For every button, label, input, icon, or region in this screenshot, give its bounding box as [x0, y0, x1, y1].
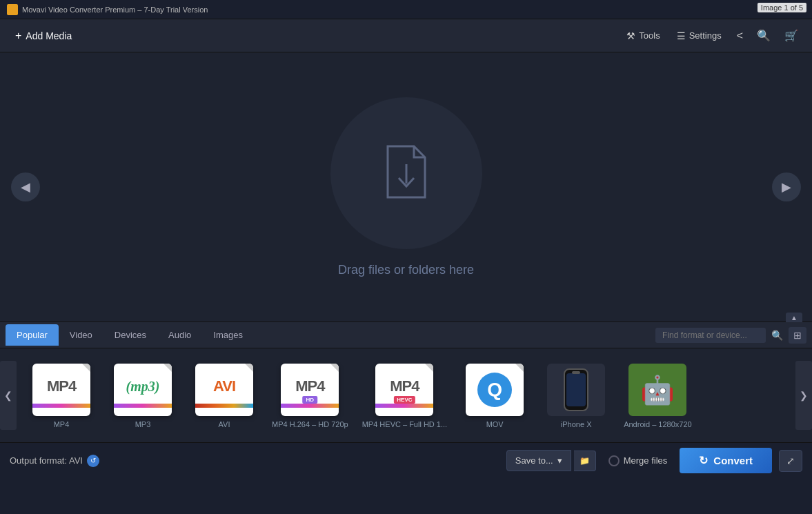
- format-item-mp4hevc[interactable]: MP4 HEVC MP4 HEVC – Full HD 1...: [358, 358, 451, 433]
- search-button[interactable]: 🔍: [751, 25, 776, 46]
- save-to-label: Save to...: [515, 455, 553, 466]
- settings-button[interactable]: ☰ Settings: [670, 26, 729, 46]
- format-item-mp4[interactable]: MP4 MP4: [23, 358, 99, 433]
- format-label-mp3: MP3: [135, 420, 151, 428]
- mp4hd-card: MP4 HD: [281, 364, 339, 416]
- format-label-mp4hd: MP4 H.264 – HD 720p: [272, 420, 348, 428]
- format-label-android: Android – 1280x720: [624, 420, 691, 428]
- settings-icon: ☰: [677, 30, 686, 41]
- add-media-label: Add Media: [26, 30, 72, 41]
- format-item-mp4hd[interactable]: MP4 HD MP4 H.264 – HD 720p: [268, 358, 353, 433]
- drag-drop-text: Drag files or folders here: [338, 263, 474, 277]
- mp4hevc-card: MP4 HEVC: [375, 364, 433, 416]
- android-card: 🤖: [628, 364, 686, 416]
- mp4-card: MP4: [32, 364, 90, 416]
- format-item-iphonex[interactable]: iPhone X: [538, 358, 614, 433]
- format-label-mp4hevc: MP4 HEVC – Full HD 1...: [362, 420, 447, 428]
- format-label-iphonex: iPhone X: [561, 420, 592, 428]
- format-item-mov[interactable]: Q MOV: [457, 358, 533, 433]
- drop-zone-circle: [330, 97, 482, 249]
- image-counter: Image 1 of 5: [757, 3, 806, 12]
- format-scroll-left-button[interactable]: ❮: [0, 361, 17, 430]
- folder-icon: 📁: [580, 456, 590, 466]
- settings-label: Settings: [689, 30, 722, 41]
- format-items-container: ❮ MP4 MP4: [0, 348, 812, 442]
- output-format-change-button[interactable]: ↺: [87, 455, 99, 467]
- merge-files-label: Merge files: [624, 455, 668, 466]
- format-label-avi: AVI: [219, 420, 230, 428]
- tools-button[interactable]: ⚒ Tools: [620, 26, 666, 46]
- tab-video[interactable]: Video: [59, 324, 103, 346]
- merge-circle-icon: [608, 455, 620, 466]
- dropdown-arrow-icon: ▾: [557, 455, 562, 466]
- bottom-bar: Output format: AVI ↺ Save to... ▾ 📁 Merg…: [0, 442, 812, 478]
- drop-file-icon: [382, 144, 430, 202]
- format-items-list: MP4 MP4 (mp3): [17, 355, 795, 435]
- format-label-mp4: MP4: [54, 420, 70, 428]
- tools-icon: ⚒: [626, 30, 635, 41]
- format-panel: ▲ Popular Video Devices Audio Images 🔍 ⊞…: [0, 322, 812, 442]
- output-format-label: Output format: AVI: [10, 455, 83, 466]
- share-button[interactable]: <: [731, 26, 749, 46]
- merge-files-button[interactable]: Merge files: [603, 451, 673, 471]
- output-format-display: Output format: AVI ↺: [10, 455, 99, 467]
- toolbar-right: ⚒ Tools ☰ Settings < 🔍 🛒: [620, 25, 804, 46]
- format-scroll-right-button[interactable]: ❯: [795, 361, 812, 430]
- toolbar: + Add Media ⚒ Tools ☰ Settings < 🔍 🛒: [0, 19, 812, 52]
- cart-icon: 🛒: [784, 30, 798, 41]
- format-item-avi[interactable]: AVI AVI: [186, 358, 262, 433]
- convert-label: Convert: [713, 455, 753, 466]
- format-search-icon-button[interactable]: 🔍: [769, 327, 786, 344]
- format-item-android[interactable]: 🤖 Android – 1280x720: [620, 358, 695, 433]
- format-search-area: 🔍 ⊞: [655, 327, 806, 344]
- media-area: ◀ Drag files or folders here ▶: [0, 52, 812, 322]
- avi-card: AVI: [195, 364, 253, 416]
- tab-images[interactable]: Images: [202, 324, 254, 346]
- android-icon: 🤖: [640, 374, 675, 406]
- convert-icon: ↻: [699, 454, 708, 467]
- nav-next-button[interactable]: ▶: [772, 172, 801, 201]
- screen-size-button[interactable]: ⊞: [789, 327, 806, 344]
- fullscreen-button[interactable]: ⤢: [779, 450, 802, 472]
- tools-label: Tools: [639, 30, 660, 41]
- fullscreen-icon: ⤢: [786, 455, 795, 466]
- plus-icon: +: [15, 30, 21, 42]
- title-bar: Movavi Video Converter Premium – 7-Day T…: [0, 0, 812, 19]
- save-to-button[interactable]: Save to... ▾: [506, 450, 571, 471]
- add-media-button[interactable]: + Add Media: [8, 26, 79, 46]
- tab-devices[interactable]: Devices: [103, 324, 157, 346]
- format-search-input[interactable]: [655, 328, 766, 343]
- search-icon: 🔍: [757, 30, 771, 41]
- app-title: Movavi Video Converter Premium – 7-Day T…: [22, 6, 208, 14]
- tab-popular[interactable]: Popular: [6, 324, 59, 346]
- share-icon: <: [737, 30, 743, 41]
- app-icon: [7, 4, 18, 15]
- iphonex-card: [547, 364, 605, 416]
- cart-button[interactable]: 🛒: [779, 25, 804, 46]
- format-label-mov: MOV: [486, 420, 504, 428]
- format-item-mp3[interactable]: (mp3) MP3: [105, 358, 181, 433]
- save-dropdown-button[interactable]: 📁: [574, 451, 596, 471]
- mp3-card: (mp3): [114, 364, 172, 416]
- convert-button[interactable]: ↻ Convert: [680, 448, 772, 473]
- save-controls: Save to... ▾ 📁: [506, 450, 596, 471]
- panel-collapse-button[interactable]: ▲: [786, 313, 802, 322]
- format-tabs: Popular Video Devices Audio Images 🔍 ⊞: [0, 322, 812, 348]
- nav-prev-button[interactable]: ◀: [11, 172, 40, 201]
- tab-audio[interactable]: Audio: [157, 324, 202, 346]
- mov-card: Q: [466, 364, 524, 416]
